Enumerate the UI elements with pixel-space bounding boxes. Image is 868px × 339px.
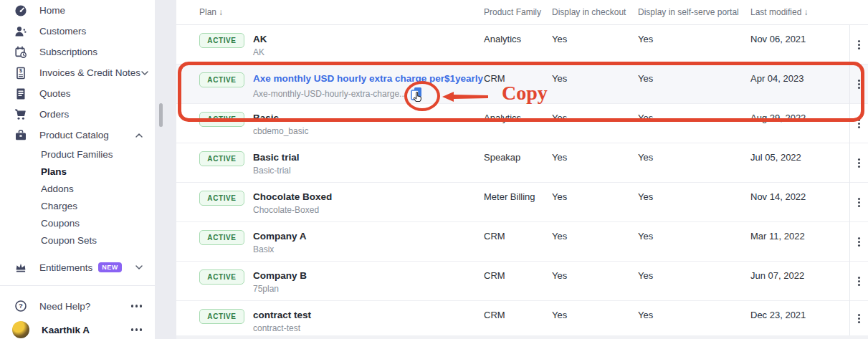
kebab-icon (858, 317, 860, 320)
table-row[interactable]: ACTIVE Basic cbdemo_basic Analytics Yes … (176, 104, 868, 143)
kebab-icon (858, 162, 860, 164)
row-menu-button[interactable] (849, 25, 868, 64)
table-row[interactable]: ACTIVE Axe monthly USD hourly extra char… (176, 65, 868, 104)
sidebar-gutter (155, 0, 176, 339)
column-header-plan[interactable]: Plan↓ (199, 7, 484, 17)
display-portal-cell: Yes (638, 230, 750, 261)
plan-id: Basic-trial (253, 165, 291, 176)
sidebar-item-addons[interactable]: Addons (0, 180, 155, 197)
product-catalog-icon (14, 129, 27, 142)
column-header-last-modified[interactable]: Last modified↓ (750, 7, 849, 17)
more-options-icon[interactable] (135, 305, 138, 307)
subscriptions-icon (14, 46, 27, 59)
status-badge: ACTIVE (199, 269, 244, 285)
sidebar-sub-label: Coupons (41, 218, 80, 229)
row-menu-button[interactable] (849, 262, 868, 300)
last-modified-cell: Apr 04, 2023 (750, 72, 849, 103)
table-row[interactable]: ACTIVE Chocolate Boxed Chocolate-Boxed M… (176, 183, 868, 222)
row-menu-button[interactable] (849, 104, 868, 143)
new-badge: NEW (98, 262, 122, 272)
status-badge: ACTIVE (199, 72, 244, 87)
gauge-icon (14, 4, 27, 17)
sidebar-item-invoices[interactable]: $ Invoices & Credit Notes (0, 62, 155, 83)
table-body: ACTIVE AK AK Analytics Yes Yes Nov 06, 2… (176, 25, 868, 335)
plan-id: cbdemo_basic (253, 125, 308, 137)
column-header-display-portal[interactable]: Display in self-serve portal (638, 7, 750, 17)
sidebar-item-subscriptions[interactable]: Subscriptions (0, 42, 155, 62)
help-icon: ? (14, 300, 27, 312)
status-badge: ACTIVE (199, 112, 244, 127)
sidebar-item-product-families[interactable]: Product Families (0, 145, 155, 163)
status-badge: ACTIVE (199, 191, 244, 206)
sidebar-item-product-catalog[interactable]: Product Catalog (0, 125, 155, 145)
sidebar-item-coupons[interactable]: Coupons (0, 214, 155, 231)
plan-cell: ACTIVE Company A Basix (199, 230, 484, 261)
more-options-icon[interactable] (135, 328, 138, 331)
sidebar-item-orders[interactable]: Orders (0, 104, 155, 125)
plan-name-link[interactable]: AK (253, 33, 267, 45)
copy-icon[interactable] (409, 86, 424, 102)
display-portal-cell: Yes (638, 72, 750, 103)
kebab-icon (858, 123, 860, 125)
product-family-cell: Speakap (484, 151, 552, 182)
row-menu-button[interactable] (849, 301, 868, 335)
plan-name-link[interactable]: contract test (253, 309, 311, 321)
sidebar-item-home[interactable]: Home (0, 0, 155, 21)
product-family-cell: CRM (484, 72, 552, 103)
row-menu-button[interactable] (849, 183, 868, 221)
kebab-icon (858, 201, 860, 204)
chevron-down-icon (140, 70, 149, 76)
sidebar-item-coupon-sets[interactable]: Coupon Sets (0, 231, 155, 249)
chevron-down-icon (135, 264, 143, 270)
plan-name-link[interactable]: Company A (253, 230, 307, 242)
table-row[interactable]: ACTIVE AK AK Analytics Yes Yes Nov 06, 2… (176, 25, 868, 65)
display-checkout-cell: Yes (552, 191, 638, 221)
sidebar: Home Customers Subscriptions $ Invoices … (0, 0, 155, 339)
sidebar-item-user[interactable]: Kaarthik A (0, 319, 155, 339)
display-portal-cell: Yes (638, 309, 750, 335)
display-portal-cell: Yes (638, 151, 750, 182)
last-modified-cell: Nov 06, 2021 (750, 33, 849, 64)
plan-name-link[interactable]: Axe monthly USD hourly extra charge per$… (253, 72, 483, 85)
display-checkout-cell: Yes (552, 269, 638, 300)
sidebar-item-charges[interactable]: Charges (0, 197, 155, 214)
row-menu-button[interactable] (849, 65, 868, 103)
plan-cell: ACTIVE contract test contract-test (199, 309, 484, 335)
kebab-icon (858, 241, 860, 243)
scrollbar-thumb[interactable] (159, 103, 163, 127)
table-row[interactable]: ACTIVE contract test contract-test CRM Y… (176, 301, 868, 335)
column-header-display-checkout[interactable]: Display in checkout (552, 7, 638, 17)
row-menu-button[interactable] (849, 222, 868, 261)
chevron-up-icon (135, 133, 143, 138)
row-menu-button[interactable] (849, 143, 868, 182)
table-row[interactable]: ACTIVE Basic trial Basic-trial Speakap Y… (176, 143, 868, 183)
last-modified-cell: Aug 29, 2022 (750, 112, 849, 143)
sidebar-item-need-help[interactable]: ? Need Help? (0, 295, 155, 317)
sidebar-item-entitlements[interactable]: Entitlements NEW (0, 257, 155, 278)
plan-name-link[interactable]: Company B (253, 269, 307, 282)
sidebar-item-plans[interactable]: Plans (0, 163, 155, 180)
sidebar-item-customers[interactable]: Customers (0, 21, 155, 42)
status-badge: ACTIVE (199, 151, 244, 166)
plans-table: Plan↓ Product Family Display in checkout… (176, 0, 868, 339)
plan-name-link[interactable]: Basic (253, 112, 308, 124)
plan-name-link[interactable]: Basic trial (253, 151, 300, 163)
plan-cell: ACTIVE Axe monthly USD hourly extra char… (199, 72, 484, 103)
avatar (12, 321, 29, 338)
sidebar-item-quotes[interactable]: Quotes (0, 83, 155, 104)
sidebar-sub-label: Product Families (41, 149, 113, 160)
product-family-cell: CRM (484, 269, 552, 300)
plan-id: Chocolate-Boxed (253, 204, 319, 216)
product-family-cell: Analytics (484, 33, 552, 64)
column-header-product-family[interactable]: Product Family (484, 7, 552, 17)
sidebar-item-label: Home (39, 5, 65, 16)
product-family-cell: CRM (484, 309, 552, 335)
plan-name-link[interactable]: Chocolate Boxed (253, 191, 332, 203)
status-badge: ACTIVE (199, 33, 244, 48)
last-modified-cell: Jun 07, 2022 (750, 269, 849, 300)
table-row[interactable]: ACTIVE Company B 75plan CRM Yes Yes Jun … (176, 262, 868, 301)
sidebar-item-label: Customers (39, 26, 86, 37)
table-row[interactable]: ACTIVE Company A Basix CRM Yes Yes Mar 1… (176, 222, 868, 262)
crown-icon (14, 261, 27, 274)
sidebar-item-label: Product Catalog (39, 130, 109, 140)
